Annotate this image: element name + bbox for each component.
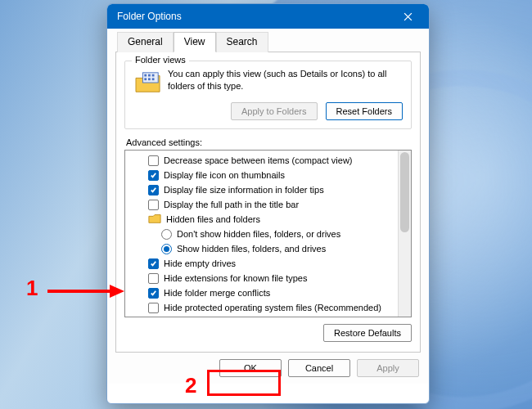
checkbox-icon [148, 288, 159, 299]
option-hidden-hide[interactable]: Don't show hidden files, folders, or dri… [130, 227, 406, 241]
annotation-number-1: 1 [26, 276, 38, 301]
restore-defaults-button[interactable]: Restore Defaults [323, 324, 412, 342]
advanced-settings-tree[interactable]: Decrease space between items (compact vi… [124, 150, 412, 317]
option-compact-view[interactable]: Decrease space between items (compact vi… [130, 153, 406, 168]
window-title: Folder Options [117, 11, 391, 22]
close-icon [404, 12, 413, 21]
folder-icon [148, 213, 161, 226]
checkbox-icon [148, 258, 159, 269]
svg-rect-4 [144, 78, 147, 80]
checkbox-icon [148, 155, 159, 166]
close-button[interactable] [391, 4, 424, 29]
folder-views-group: Folder views You can apply this view (su… [124, 61, 412, 129]
svg-rect-0 [142, 73, 158, 83]
option-hide-empty[interactable]: Hide empty drives [130, 256, 406, 271]
svg-rect-2 [148, 74, 151, 77]
option-hide-merge[interactable]: Hide folder merge conflicts [130, 285, 406, 300]
folder-views-description: You can apply this view (such as Details… [168, 68, 403, 97]
option-thumb-icon[interactable]: Display file icon on thumbnails [130, 168, 406, 182]
tab-general[interactable]: General [117, 32, 174, 52]
svg-rect-5 [148, 78, 151, 80]
advanced-settings-label: Advanced settings: [126, 137, 412, 147]
svg-rect-6 [152, 78, 155, 80]
tree-scrollbar[interactable] [398, 151, 411, 317]
tab-panel-view: Folder views You can apply this view (su… [115, 52, 421, 353]
apply-to-folders-button: Apply to Folders [231, 102, 317, 120]
option-launch-separate[interactable]: Launch folder windows in a separate proc… [130, 315, 406, 317]
cancel-button[interactable]: Cancel [288, 359, 350, 377]
checkbox-icon [148, 273, 159, 284]
svg-rect-3 [152, 74, 155, 77]
titlebar: Folder Options [107, 4, 429, 29]
tab-strip: General View Search [115, 31, 421, 52]
apply-button: Apply [357, 359, 419, 377]
checkbox-icon [148, 317, 159, 318]
option-hidden-group[interactable]: Hidden files and folders [130, 212, 406, 227]
folder-views-icon [133, 68, 163, 97]
tab-search[interactable]: Search [216, 32, 268, 52]
folder-options-dialog: Folder Options General View Search Folde… [106, 3, 430, 404]
option-hide-os-files[interactable]: Hide protected operating system files (R… [130, 300, 406, 315]
checkbox-icon [148, 303, 159, 313]
scrollbar-thumb[interactable] [400, 152, 409, 232]
reset-folders-button[interactable]: Reset Folders [326, 102, 403, 120]
option-full-path[interactable]: Display the full path in the title bar [130, 197, 406, 212]
ok-button[interactable]: OK [219, 359, 282, 377]
option-size-tip[interactable]: Display file size information in folder … [130, 182, 406, 197]
radio-icon [161, 229, 172, 240]
tab-view[interactable]: View [174, 32, 216, 52]
folder-views-group-title: Folder views [132, 55, 189, 65]
checkbox-icon [148, 185, 159, 196]
svg-rect-1 [144, 74, 147, 77]
option-hidden-show[interactable]: Show hidden files, folders, and drives [130, 241, 406, 256]
radio-icon [161, 244, 172, 254]
checkbox-icon [148, 200, 159, 210]
option-hide-ext[interactable]: Hide extensions for known file types [130, 271, 406, 285]
checkbox-icon [148, 170, 159, 181]
